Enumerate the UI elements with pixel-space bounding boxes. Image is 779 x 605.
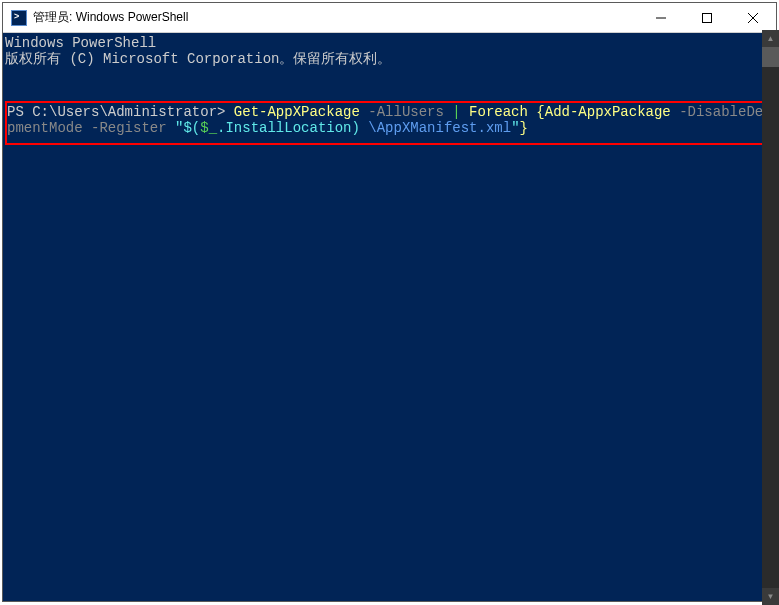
blank-line-2 <box>3 83 776 99</box>
install-location: .InstallLocation) <box>217 120 360 136</box>
param-allusers: -AllUsers <box>360 104 452 120</box>
vertical-scrollbar[interactable]: ▲ ▼ <box>762 30 779 605</box>
powershell-window: 管理员: Windows PowerShell Windows PowerShe… <box>2 2 777 602</box>
subexpr-open: $( <box>183 120 200 136</box>
manifest-path: \AppXManifest.xml <box>360 120 511 136</box>
quote-close: " <box>511 120 519 136</box>
prompt: PS C:\Users\Administrator> <box>7 104 234 120</box>
command-line-1: PS C:\Users\Administrator> Get-AppXPacka… <box>5 104 774 120</box>
brace-open: { <box>536 104 544 120</box>
header-line-1: Windows PowerShell <box>3 35 776 51</box>
window-controls <box>638 3 776 32</box>
command-line-2: pmentMode -Register "$($_.InstallLocatio… <box>5 120 774 136</box>
brace-close: } <box>520 120 528 136</box>
maximize-button[interactable] <box>684 3 730 32</box>
titlebar[interactable]: 管理员: Windows PowerShell <box>3 3 776 33</box>
scrollbar-thumb[interactable] <box>762 47 779 67</box>
param-mode: pmentMode <box>7 120 91 136</box>
param-register: -Register <box>91 120 175 136</box>
minimize-button[interactable] <box>638 3 684 32</box>
window-title: 管理员: Windows PowerShell <box>33 9 638 26</box>
blank-line <box>3 67 776 83</box>
scroll-down-button[interactable]: ▼ <box>762 588 779 605</box>
pipe-char: | <box>452 104 460 120</box>
cmdlet-2: Add-AppxPackage <box>545 104 671 120</box>
pipeline-var: $_ <box>200 120 217 136</box>
param-disable: -DisableDevelo <box>671 104 776 120</box>
cmdlet-1: Get-AppXPackage <box>234 104 360 120</box>
terminal-area[interactable]: Windows PowerShell 版权所有 (C) Microsoft Co… <box>3 33 776 601</box>
header-line-2: 版权所有 (C) Microsoft Corporation。保留所有权利。 <box>3 51 776 67</box>
command-block: PS C:\Users\Administrator> Get-AppXPacka… <box>5 104 774 136</box>
powershell-icon <box>11 10 27 26</box>
scroll-up-button[interactable]: ▲ <box>762 30 779 47</box>
foreach-keyword: Foreach <box>461 104 537 120</box>
svg-rect-1 <box>703 13 712 22</box>
close-button[interactable] <box>730 3 776 32</box>
